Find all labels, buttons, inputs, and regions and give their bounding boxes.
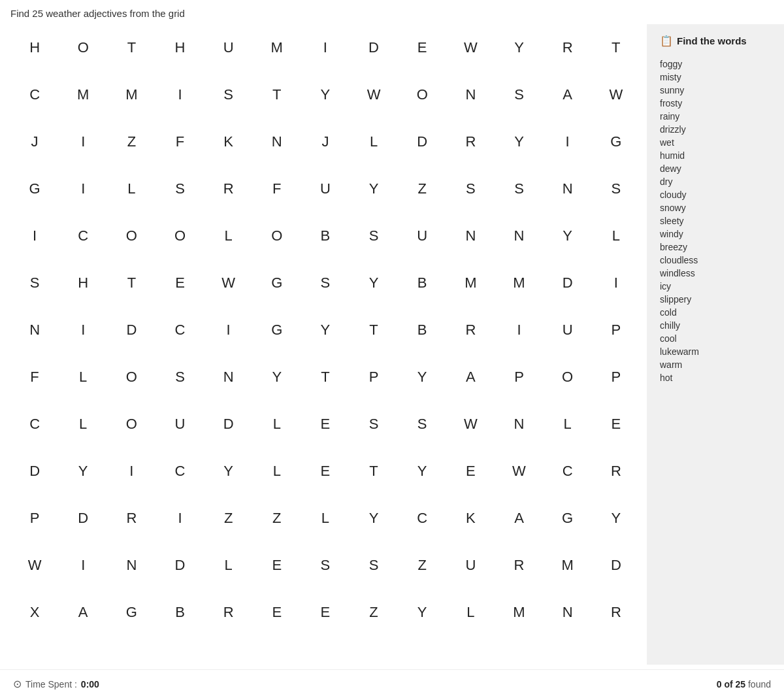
grid-cell[interactable]: N — [10, 307, 59, 354]
grid-cell[interactable]: I — [10, 212, 59, 259]
grid-cell[interactable]: E — [301, 589, 350, 636]
grid-cell[interactable]: L — [592, 212, 640, 259]
grid-cell[interactable]: N — [495, 401, 543, 448]
grid-cell[interactable]: Y — [495, 118, 543, 165]
grid-cell[interactable]: L — [59, 401, 107, 448]
grid-cell[interactable]: C — [10, 401, 59, 448]
grid-cell[interactable]: O — [107, 401, 155, 448]
grid-cell[interactable]: P — [350, 354, 398, 401]
grid-cell[interactable]: Y — [495, 24, 543, 71]
grid-cell[interactable]: Y — [59, 448, 107, 495]
grid-cell[interactable]: Y — [398, 589, 446, 636]
word-list-item[interactable]: hot — [660, 371, 774, 384]
grid-cell[interactable]: E — [446, 448, 495, 495]
grid-cell[interactable]: R — [204, 165, 253, 212]
grid-cell[interactable]: D — [59, 495, 107, 542]
word-list-item[interactable]: cold — [660, 306, 774, 319]
grid-cell[interactable]: I — [544, 118, 592, 165]
word-list-item[interactable]: chilly — [660, 319, 774, 332]
grid-cell[interactable]: W — [350, 71, 398, 118]
grid-cell[interactable]: I — [155, 495, 204, 542]
grid-cell[interactable]: P — [495, 354, 543, 401]
grid-cell[interactable]: W — [592, 71, 640, 118]
grid-cell[interactable]: Z — [204, 495, 253, 542]
grid-cell[interactable]: S — [350, 542, 398, 589]
grid-cell[interactable]: P — [10, 495, 59, 542]
grid-cell[interactable]: U — [446, 542, 495, 589]
grid-cell[interactable]: Y — [253, 354, 301, 401]
word-list-item[interactable]: sunny — [660, 84, 774, 97]
grid-cell[interactable]: R — [204, 589, 253, 636]
grid-cell[interactable]: S — [495, 165, 543, 212]
grid-cell[interactable]: T — [350, 307, 398, 354]
grid-cell[interactable]: S — [350, 401, 398, 448]
grid-cell[interactable]: U — [301, 165, 350, 212]
grid-cell[interactable]: I — [495, 307, 543, 354]
grid-cell[interactable]: I — [59, 307, 107, 354]
grid-cell[interactable]: S — [350, 212, 398, 259]
grid-cell[interactable]: Z — [398, 165, 446, 212]
word-list-item[interactable]: snowy — [660, 201, 774, 214]
grid-cell[interactable]: H — [10, 24, 59, 71]
grid-cell[interactable]: M — [253, 24, 301, 71]
grid-cell[interactable]: T — [107, 259, 155, 307]
grid-cell[interactable]: D — [155, 542, 204, 589]
grid-cell[interactable]: E — [253, 542, 301, 589]
grid-cell[interactable]: O — [59, 24, 107, 71]
grid-cell[interactable]: I — [59, 165, 107, 212]
grid-cell[interactable]: A — [544, 71, 592, 118]
grid-cell[interactable]: E — [301, 448, 350, 495]
grid-cell[interactable]: L — [107, 165, 155, 212]
grid-cell[interactable]: C — [398, 495, 446, 542]
grid-cell[interactable]: O — [107, 354, 155, 401]
grid-cell[interactable]: A — [59, 589, 107, 636]
grid-cell[interactable]: S — [204, 71, 253, 118]
grid-cell[interactable]: E — [592, 401, 640, 448]
word-list-item[interactable]: frosty — [660, 97, 774, 110]
grid-cell[interactable]: N — [446, 71, 495, 118]
grid-cell[interactable]: K — [446, 495, 495, 542]
grid-cell[interactable]: S — [10, 259, 59, 307]
grid-cell[interactable]: W — [446, 24, 495, 71]
grid-cell[interactable]: T — [253, 71, 301, 118]
grid-cell[interactable]: L — [253, 448, 301, 495]
grid-cell[interactable]: E — [398, 24, 446, 71]
grid-cell[interactable]: D — [544, 259, 592, 307]
grid-cell[interactable]: C — [544, 448, 592, 495]
grid-cell[interactable]: L — [301, 495, 350, 542]
grid-cell[interactable]: S — [155, 165, 204, 212]
grid-cell[interactable]: G — [253, 307, 301, 354]
grid-cell[interactable]: S — [398, 401, 446, 448]
grid-cell[interactable]: S — [592, 165, 640, 212]
grid-cell[interactable]: D — [107, 307, 155, 354]
grid-cell[interactable]: C — [155, 307, 204, 354]
grid-cell[interactable]: Y — [204, 448, 253, 495]
word-list-item[interactable]: dry — [660, 175, 774, 188]
word-list-item[interactable]: slippery — [660, 293, 774, 306]
word-list-item[interactable]: foggy — [660, 58, 774, 71]
word-list-item[interactable]: breezy — [660, 241, 774, 254]
grid-cell[interactable]: R — [495, 542, 543, 589]
word-list-item[interactable]: lukewarm — [660, 345, 774, 358]
grid-cell[interactable]: M — [107, 71, 155, 118]
word-list-item[interactable]: humid — [660, 149, 774, 162]
word-list-item[interactable]: sleety — [660, 214, 774, 227]
grid-cell[interactable]: E — [155, 259, 204, 307]
grid-cell[interactable]: W — [495, 448, 543, 495]
grid-cell[interactable]: H — [155, 24, 204, 71]
grid-cell[interactable]: F — [253, 165, 301, 212]
grid-cell[interactable]: Y — [398, 354, 446, 401]
grid-cell[interactable]: N — [544, 165, 592, 212]
grid-cell[interactable]: N — [204, 354, 253, 401]
grid-cell[interactable]: I — [204, 307, 253, 354]
grid-cell[interactable]: Y — [301, 71, 350, 118]
grid-cell[interactable]: N — [495, 212, 543, 259]
grid-cell[interactable]: O — [107, 212, 155, 259]
grid-cell[interactable]: S — [495, 71, 543, 118]
grid-cell[interactable]: Z — [398, 542, 446, 589]
grid-cell[interactable]: K — [204, 118, 253, 165]
grid-cell[interactable]: I — [592, 259, 640, 307]
grid-cell[interactable]: W — [446, 401, 495, 448]
grid-cell[interactable]: L — [59, 354, 107, 401]
grid-cell[interactable]: U — [398, 212, 446, 259]
